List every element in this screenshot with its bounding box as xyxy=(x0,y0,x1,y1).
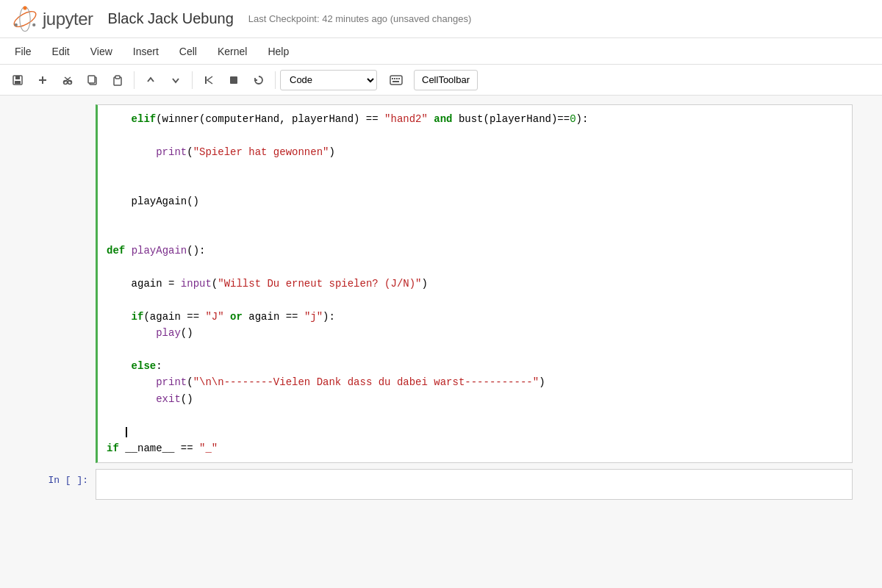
cell-type-select[interactable]: Code Markdown Raw NBConvert Heading xyxy=(280,70,377,90)
separator-1 xyxy=(134,71,135,89)
paste-button[interactable] xyxy=(106,69,129,91)
svg-rect-6 xyxy=(15,76,20,79)
menu-insert[interactable]: Insert xyxy=(124,43,168,60)
menu-help[interactable]: Help xyxy=(259,43,298,60)
restart-icon xyxy=(253,74,265,86)
notebook-area[interactable]: elif(winner(computerHand, playerHand) ==… xyxy=(0,96,882,588)
menu-cell[interactable]: Cell xyxy=(171,43,206,60)
separator-2 xyxy=(192,71,193,89)
separator-3 xyxy=(275,71,276,89)
svg-rect-23 xyxy=(396,78,398,79)
empty-code-area[interactable] xyxy=(96,470,852,499)
svg-rect-20 xyxy=(390,76,402,85)
skip-back-icon xyxy=(203,74,215,86)
move-up-button[interactable] xyxy=(139,69,162,91)
svg-rect-21 xyxy=(392,78,393,79)
cell-code-content[interactable]: elif(winner(computerHand, playerHand) ==… xyxy=(96,104,853,463)
stop-button[interactable] xyxy=(222,69,245,91)
empty-cell-content[interactable] xyxy=(96,469,853,500)
jupyter-text: jupyter xyxy=(43,9,93,29)
move-down-button[interactable] xyxy=(164,69,187,91)
menu-kernel[interactable]: Kernel xyxy=(209,43,256,60)
keyboard-icon xyxy=(390,75,403,85)
copy-button[interactable] xyxy=(81,69,104,91)
notebook-title[interactable]: Black Jack Uebung xyxy=(108,10,234,27)
stop-icon xyxy=(229,75,239,85)
paste-icon xyxy=(112,74,123,86)
menu-file[interactable]: File xyxy=(6,43,40,60)
copy-icon xyxy=(87,74,98,86)
save-button[interactable] xyxy=(6,69,29,91)
svg-point-1 xyxy=(20,7,30,31)
arrow-up-icon xyxy=(146,75,156,85)
svg-point-4 xyxy=(32,23,35,26)
code-cell-active[interactable]: elif(winner(computerHand, playerHand) ==… xyxy=(29,104,853,463)
restart-button[interactable] xyxy=(247,69,270,91)
plus-icon xyxy=(37,74,49,86)
checkpoint-info: Last Checkpoint: 42 minutes ago (unsaved… xyxy=(248,13,472,24)
svg-rect-19 xyxy=(230,76,237,84)
svg-rect-22 xyxy=(394,78,395,79)
menubar: File Edit View Insert Cell Kernel Help xyxy=(0,38,882,65)
celltoolbar-button[interactable]: CellToolbar xyxy=(414,70,478,90)
scissors-icon xyxy=(62,74,74,86)
jupyter-icon xyxy=(12,6,38,32)
save-icon xyxy=(12,74,24,86)
add-cell-button[interactable] xyxy=(31,69,54,91)
header: jupyter Black Jack Uebung Last Checkpoin… xyxy=(0,0,882,38)
svg-point-3 xyxy=(15,23,18,26)
svg-rect-24 xyxy=(398,78,400,79)
code-cell-empty[interactable]: In [ ]: xyxy=(29,469,853,500)
svg-rect-7 xyxy=(15,81,21,84)
cell-prompt xyxy=(29,104,96,463)
svg-point-0 xyxy=(12,8,38,29)
run-first-button[interactable] xyxy=(197,69,220,91)
cut-button[interactable] xyxy=(56,69,79,91)
jupyter-logo: jupyter xyxy=(12,6,93,32)
svg-point-2 xyxy=(23,6,26,10)
empty-cell-prompt: In [ ]: xyxy=(29,469,96,500)
svg-rect-17 xyxy=(115,76,120,79)
code-display[interactable]: elif(winner(computerHand, playerHand) ==… xyxy=(98,105,852,462)
svg-rect-25 xyxy=(392,81,399,82)
svg-rect-15 xyxy=(88,76,95,83)
arrow-down-icon xyxy=(171,75,181,85)
menu-view[interactable]: View xyxy=(82,43,121,60)
keyboard-shortcuts-button[interactable] xyxy=(384,69,408,91)
menu-edit[interactable]: Edit xyxy=(43,43,79,60)
toolbar: Code Markdown Raw NBConvert Heading Cell… xyxy=(0,65,882,96)
